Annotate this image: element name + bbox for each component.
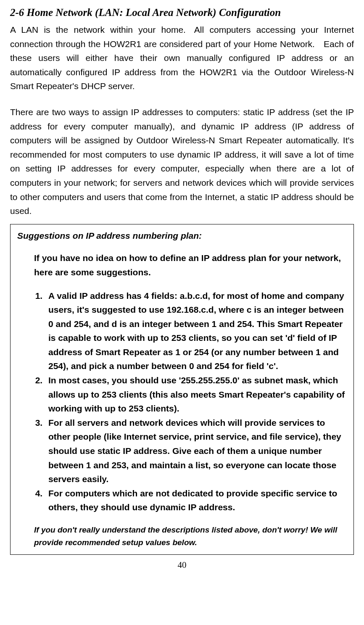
box-footer: If you don't really understand the descr… <box>17 524 347 549</box>
page-number: 40 <box>10 558 354 572</box>
list-item: For computers which are not dedicated to… <box>45 486 347 514</box>
paragraph-intro: A LAN is the network within your home. A… <box>10 23 354 93</box>
suggestions-box: Suggestions on IP address numbering plan… <box>10 224 354 555</box>
list-item: In most cases, you should use '255.255.2… <box>45 373 347 416</box>
list-item: For all servers and network devices whic… <box>45 416 347 486</box>
section-heading: 2-6 Home Network (LAN: Local Area Networ… <box>10 4 354 21</box>
box-title: Suggestions on IP address numbering plan… <box>17 229 347 243</box>
paragraph-methods: There are two ways to assign IP addresse… <box>10 105 354 218</box>
paragraph-spacer <box>10 97 354 105</box>
list-item: A valid IP address has 4 fields: a.b.c.d… <box>45 289 347 374</box>
box-intro: If you have no idea on how to define an … <box>17 251 347 279</box>
suggestions-list: A valid IP address has 4 fields: a.b.c.d… <box>17 289 347 515</box>
